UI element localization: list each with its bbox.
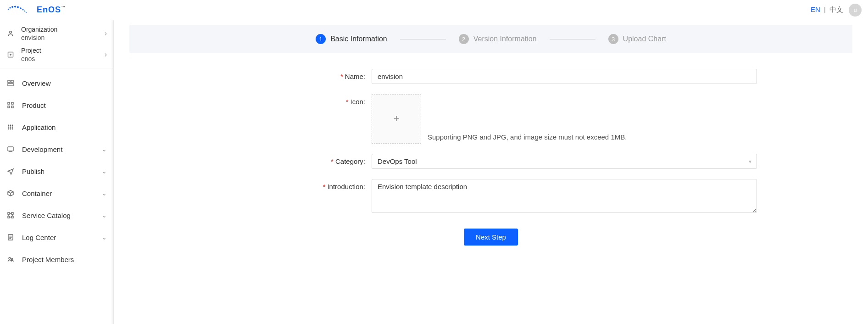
catalog-icon [6,212,15,219]
nav-label: Project Members [22,256,107,263]
app-header: EnOS™ EN | 中文 u [0,0,868,20]
step-label: Basic Information [330,35,387,43]
nav-item-application[interactable]: Application [0,116,113,138]
lang-separator: | [824,6,826,13]
step-connector [400,39,446,39]
next-step-button[interactable]: Next Step [464,229,518,246]
chevron-down-icon: ⌄ [101,190,107,197]
log-icon [6,234,15,241]
nav-label: Product [22,101,107,109]
introduction-label: *Introduction: [225,179,372,190]
nav-label: Application [22,123,107,131]
chevron-right-icon: › [105,50,107,59]
step-label: Upload Chart [623,35,666,43]
stepper: 1Basic Information2Version Information3U… [129,25,852,53]
main-content: 1Basic Information2Version Information3U… [114,20,868,324]
step-2[interactable]: 2Version Information [459,34,537,44]
svg-point-3 [14,6,16,7]
svg-point-5 [20,7,22,9]
svg-point-18 [8,125,10,126]
svg-rect-14 [8,102,10,104]
step-number: 1 [316,34,326,44]
name-input[interactable] [372,69,757,84]
container-icon [6,190,15,197]
nav-item-overview[interactable]: Overview [0,72,113,94]
nav-label: Container [22,190,101,197]
svg-point-4 [17,6,19,8]
category-label: *Category: [225,154,372,165]
lang-cn[interactable]: 中文 [829,6,843,13]
members-icon [6,256,15,263]
nav-label: Development [22,145,101,153]
svg-point-7 [24,10,25,11]
svg-rect-16 [8,106,10,108]
svg-rect-15 [11,102,13,104]
dashboard-icon [6,79,15,87]
svg-point-20 [12,125,13,126]
project-value: enos [21,55,105,63]
organization-label: Organization [21,25,105,34]
logo-swoosh-icon [6,5,34,16]
nav-item-container[interactable]: Container⌄ [0,182,113,204]
chevron-down-icon: ⌄ [101,145,107,153]
logo[interactable]: EnOS™ [6,5,66,16]
chevron-down-icon: ⌄ [101,234,107,241]
svg-rect-12 [11,80,13,83]
nav-item-development[interactable]: Development⌄ [0,138,113,160]
basic-info-form: *Name: *Icon: + Supporting PNG and JPG, … [225,69,757,246]
svg-point-23 [12,127,13,128]
svg-rect-11 [8,80,10,83]
svg-point-8 [26,12,27,13]
nav-item-project-members[interactable]: Project Members [0,248,113,270]
send-icon [6,168,15,175]
sidebar-organization[interactable]: Organization envision › [0,23,113,44]
svg-point-26 [12,128,13,130]
step-3[interactable]: 3Upload Chart [608,34,666,44]
svg-point-9 [10,31,11,33]
chevron-down-icon: ⌄ [101,168,107,175]
nav-label: Overview [22,79,107,87]
nav-item-log-center[interactable]: Log Center⌄ [0,226,113,248]
category-select[interactable]: DevOps Tool [372,154,757,169]
svg-rect-29 [8,216,10,218]
svg-point-24 [8,128,10,130]
svg-rect-13 [8,84,13,86]
nav-item-service-catalog[interactable]: Service Catalog⌄ [0,204,113,226]
header-right: EN | 中文 u [811,4,862,17]
svg-point-34 [11,258,12,259]
nav-item-publish[interactable]: Publish⌄ [0,160,113,182]
svg-point-22 [10,127,11,128]
lang-en[interactable]: EN [811,6,820,13]
svg-point-0 [8,8,9,10]
svg-point-2 [11,6,13,8]
step-label: Version Information [473,35,537,43]
svg-point-25 [10,128,11,130]
svg-point-1 [9,7,11,8]
organization-value: envision [21,34,105,42]
logo-text: EnOS™ [37,5,66,15]
step-number: 3 [608,34,618,44]
chevron-right-icon: › [105,29,107,38]
name-label: *Name: [225,69,372,80]
svg-rect-27 [8,147,13,151]
svg-point-6 [22,9,24,10]
organization-icon [6,30,15,37]
icon-uploader[interactable]: + [372,94,421,144]
svg-rect-30 [11,212,13,214]
nav-item-product[interactable]: Product [0,94,113,116]
svg-rect-17 [11,106,13,108]
svg-point-33 [9,257,11,259]
svg-point-19 [10,125,11,126]
avatar[interactable]: u [849,4,862,17]
chevron-down-icon: ⌄ [101,212,107,219]
sidebar-project[interactable]: Project enos › [0,44,113,65]
nav-label: Service Catalog [22,212,101,219]
plus-icon: + [394,113,400,125]
introduction-textarea[interactable] [372,179,757,213]
svg-rect-28 [8,212,10,214]
step-1[interactable]: 1Basic Information [316,34,387,44]
dev-icon [6,145,15,153]
icon-label: *Icon: [225,94,372,106]
language-switch: EN | 中文 [811,6,843,14]
apps-icon [6,123,15,131]
